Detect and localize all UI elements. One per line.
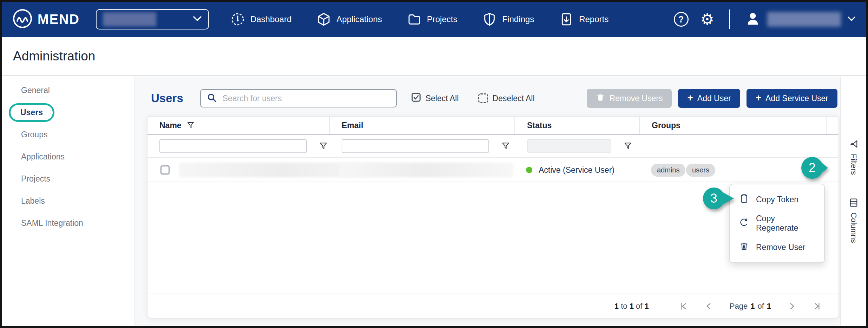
menu-item-label: Copy Token (756, 195, 798, 204)
page-title: Administration (13, 49, 95, 64)
row-email-redacted (340, 163, 513, 177)
mend-logo-icon (12, 8, 33, 30)
settings-gear-icon[interactable]: ⚙ (701, 12, 714, 27)
status-filter-input[interactable] (527, 139, 611, 153)
user-account-menu[interactable] (745, 11, 856, 28)
search-icon (206, 92, 217, 104)
sidebar-item-label: Projects (21, 174, 50, 184)
nav-item-reports[interactable]: Reports (559, 12, 609, 26)
first-page-button[interactable] (679, 302, 688, 311)
columns-icon (849, 198, 859, 208)
select-all-button[interactable]: Select All (411, 92, 459, 105)
sidebar-item-groups[interactable]: Groups (2, 124, 134, 146)
add-user-button[interactable]: + Add User (678, 89, 740, 108)
search-input[interactable] (222, 93, 390, 104)
plus-icon: + (756, 93, 761, 103)
select-all-label: Select All (426, 94, 459, 103)
sidebar-item-labels[interactable]: Labels (2, 190, 134, 212)
search-box (200, 89, 397, 107)
callout-step-3: 3 (703, 188, 738, 210)
column-header-email: Email (342, 121, 363, 130)
add-user-label: Add User (697, 94, 731, 103)
sidebar-item-label: SAML Integration (21, 218, 83, 228)
refresh-icon (739, 217, 749, 229)
nav-item-applications[interactable]: Applications (317, 12, 382, 26)
report-icon (559, 12, 573, 26)
gear-glyph: ⚙ (701, 12, 714, 27)
admin-sidebar: General Users Groups Applications Projec… (2, 77, 134, 326)
table-row: Active (Service User) admins users (147, 158, 839, 182)
brand-name: MEND (38, 12, 80, 27)
last-page-button[interactable] (813, 302, 822, 311)
help-icon[interactable]: ? (674, 12, 689, 27)
columns-panel-toggle[interactable]: Columns (841, 198, 866, 243)
sidebar-item-applications[interactable]: Applications (2, 146, 134, 168)
nav-item-label: Projects (427, 14, 458, 24)
nav-item-label: Applications (336, 14, 382, 24)
menu-item-label: Copy Regenerate (756, 214, 815, 233)
filters-label: Filters (849, 154, 858, 175)
columns-label: Columns (849, 212, 858, 243)
user-name-redacted (767, 12, 841, 27)
page-header: Administration (2, 37, 866, 76)
deselect-all-button[interactable]: Deselect All (478, 93, 534, 103)
help-glyph: ? (678, 14, 684, 25)
sidebar-item-general[interactable]: General (2, 79, 134, 101)
app-window: MEND Dashboard (0, 0, 868, 328)
main-nav: Dashboard Applications Projects (231, 12, 609, 26)
filters-panel-toggle[interactable]: Filters (841, 139, 866, 175)
table-header-row: Name Email Status Groups (147, 117, 839, 135)
name-filter-input[interactable] (159, 139, 307, 153)
dashboard-gauge-icon (231, 12, 245, 26)
sidebar-item-label: Labels (21, 196, 45, 206)
nav-item-findings[interactable]: Findings (482, 12, 534, 26)
mend-logo[interactable]: MEND (12, 8, 80, 30)
org-name-redacted (103, 12, 156, 26)
menu-item-copy-token[interactable]: Copy Token (730, 189, 824, 210)
nav-item-projects[interactable]: Projects (407, 12, 458, 26)
users-toolbar: Users Select All Deselect All (151, 88, 837, 108)
row-actions-context-menu: Copy Token Copy Regenerate Remove User (729, 184, 825, 263)
previous-page-button[interactable] (704, 302, 714, 311)
menu-item-copy-regenerate[interactable]: Copy Regenerate (730, 210, 824, 237)
email-filter-input[interactable] (342, 139, 489, 153)
plus-icon: + (687, 93, 693, 103)
chevron-down-icon (847, 16, 856, 23)
status-filter-icon[interactable] (623, 142, 632, 151)
section-title: Users (151, 92, 183, 105)
chevron-down-icon (193, 16, 202, 23)
nav-item-label: Reports (579, 14, 609, 24)
name-filter-icon[interactable] (319, 142, 328, 151)
org-selector-dropdown[interactable] (96, 9, 209, 29)
filter-icon (849, 139, 859, 149)
filter-icon[interactable] (186, 121, 195, 130)
checkbox-checked-icon (411, 92, 421, 105)
sidebar-item-users[interactable]: Users (2, 101, 134, 124)
nav-item-label: Findings (502, 14, 534, 24)
next-page-button[interactable] (787, 302, 796, 311)
menu-item-label: Remove User (756, 243, 805, 252)
top-navigation-bar: MEND Dashboard (2, 2, 866, 37)
row-checkbox[interactable] (160, 165, 170, 175)
group-badge: admins (651, 164, 685, 177)
menu-item-remove-user[interactable]: Remove User (730, 237, 824, 257)
avatar-icon (745, 11, 761, 28)
nav-item-label: Dashboard (250, 14, 291, 24)
email-filter-icon[interactable] (501, 142, 510, 151)
status-active-dot (526, 167, 532, 173)
add-service-user-button[interactable]: + Add Service User (747, 89, 837, 108)
pagination-summary: 1 to 1 of 1 (614, 302, 649, 311)
callout-number: 2 (801, 157, 823, 179)
nav-item-dashboard[interactable]: Dashboard (231, 12, 291, 26)
sidebar-item-projects[interactable]: Projects (2, 168, 134, 190)
column-header-status: Status (527, 121, 552, 130)
nav-divider (729, 9, 730, 29)
deselect-all-label: Deselect All (492, 94, 534, 103)
folder-icon (407, 12, 421, 26)
add-service-user-label: Add Service User (765, 94, 828, 103)
sidebar-item-saml-integration[interactable]: SAML Integration (2, 212, 134, 234)
table-tools-panel: Filters Columns (840, 77, 866, 326)
remove-users-button[interactable]: Remove Users (587, 89, 672, 108)
sidebar-item-label: Applications (21, 152, 65, 162)
trash-icon (739, 241, 749, 253)
